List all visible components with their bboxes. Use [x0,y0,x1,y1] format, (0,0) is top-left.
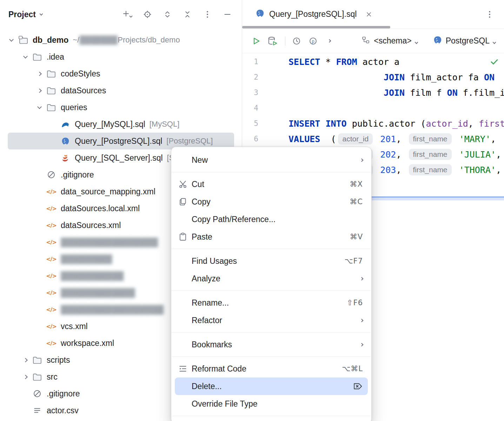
menu-item-label: Find Usages [192,256,237,266]
tree-item-label: .gitignore [61,170,94,180]
expand-all-icon[interactable] [162,9,173,20]
mysql-icon [60,119,70,129]
folder-icon [32,52,42,62]
code-text: VALUES (actor_id 201, first_name 'MARY', [289,133,501,145]
tree-item-label: █████████████ [61,288,135,298]
dialect-selector[interactable]: PostgreSQL [433,35,496,47]
menu-item-reformat-code[interactable]: Reformat Code⌥⌘L [175,360,368,377]
close-icon[interactable] [365,11,372,18]
editor-toolbar: p <schema> PostgreSQL [242,29,504,53]
line-number: 5 [242,119,258,128]
parameters-icon[interactable]: p [307,35,319,47]
chevron-down-icon[interactable] [8,39,18,41]
tree-item-dataSources[interactable]: dataSources [8,82,234,99]
inlay-hint-chip: actor_id [338,133,373,145]
menu-item-analyze[interactable]: Analyze [175,270,368,287]
chevron-down-icon[interactable] [22,56,32,58]
menu-shortcut: ⌘X [350,180,363,188]
sqlserver-icon [60,153,70,163]
chevron-down-icon[interactable] [40,14,42,15]
history-icon[interactable] [291,35,303,47]
chevron-down-icon[interactable] [36,107,46,108]
code-line-4: 4 [242,100,504,116]
schema-selector[interactable]: <schema> [361,36,417,46]
hide-panel-icon[interactable] [222,9,233,20]
tree-item-query-mysql[interactable]: Query_[MySQL].sql[MySQL] [8,116,234,133]
run-icon[interactable] [251,35,262,47]
menu-item-label: Override File Type [192,399,257,409]
inspection-check-icon[interactable] [490,57,499,68]
tree-item-label: workspace.xml [61,339,114,348]
folder-icon [46,69,56,79]
chevron-right-icon[interactable] [324,35,335,47]
tab-query-postgresql[interactable]: Query_[PostgreSQL].sql [242,9,378,20]
menu-item-delete[interactable]: Delete... [175,377,368,395]
dialect-selector-label: PostgreSQL [446,36,490,46]
scissors-icon [178,180,192,189]
project-folder-icon [18,35,28,45]
line-number: 1 [242,58,258,66]
xml-icon: </> [46,187,56,196]
add-icon[interactable] [122,9,133,20]
code-line-6: 6VALUES (actor_id 201, first_name 'MARY'… [242,131,504,147]
tree-item-label: ███████████ [61,271,124,281]
editor-more-options-icon[interactable] [484,9,495,20]
tree-item-idea[interactable]: .idea [8,48,234,65]
xml-icon: </> [46,321,56,331]
reformat-icon [178,364,192,373]
folder-icon [46,86,56,95]
tree-item-label: queries [61,103,87,112]
menu-separator [172,172,371,172]
line-number: 3 [242,88,258,97]
delete-forward-icon [353,382,363,390]
tree-item-queries[interactable]: queries [8,99,234,116]
project-header: Project [0,0,242,29]
tab-scrollbar[interactable] [242,26,390,28]
menu-item-rename[interactable]: Rename...⇧F6 [175,294,368,312]
execute-in-console-icon[interactable] [267,35,279,47]
menu-item-label: Refactor [192,316,222,325]
xml-icon: </> [46,338,56,348]
collapse-all-icon[interactable] [182,9,193,20]
inlay-hint-chip: first_name [409,164,452,175]
copy-icon [178,197,192,206]
menu-item-copy-path-reference[interactable]: Copy Path/Reference... [175,210,368,228]
menu-item-bookmarks[interactable]: Bookmarks [175,336,368,353]
tree-item-label: actor.csv [47,406,79,415]
submenu-arrow-icon [360,343,363,346]
csv-icon [32,406,42,415]
submenu-arrow-icon [360,159,363,161]
chevron-right-icon[interactable] [22,375,32,379]
menu-item-find-usages[interactable]: Find Usages⌥F7 [175,252,368,270]
code-line-5: 5INSERT INTO public.actor (actor_id, fir… [242,116,504,131]
menu-item-label: New [192,155,208,165]
tree-item-label: █████████ [61,254,112,264]
line-number: 2 [242,73,258,81]
menu-separator [172,290,371,291]
project-header-actions [122,9,233,20]
context-menu: NewCut⌘XCopy⌘CCopy Path/Reference...Past… [171,147,372,421]
code-text: JOIN film_actor fa ON [289,72,495,82]
chevron-right-icon[interactable] [36,89,46,92]
postgresql-icon [256,9,265,20]
line-number: 4 [242,104,258,112]
menu-item-new[interactable]: New [175,151,368,169]
menu-item-copy[interactable]: Copy⌘C [175,193,368,210]
chevron-right-icon[interactable] [22,359,32,362]
menu-item-refactor[interactable]: Refactor [175,312,368,329]
folder-icon [46,102,56,112]
menu-item-override-file-type[interactable]: Override File Type [175,395,368,413]
tree-item-codeStyles[interactable]: codeStyles [8,65,234,82]
more-options-icon[interactable] [202,9,213,20]
project-title: Project [8,10,36,19]
tree-item-label: ██████████████████ [61,305,164,314]
tree-item-label: data_source_mapping.xml [61,187,155,196]
schema-icon [361,36,370,46]
tree-item-db_demo[interactable]: db_demo~/███████Projects/db_demo [8,32,234,48]
menu-item-cut[interactable]: Cut⌘X [175,175,368,193]
locate-file-icon[interactable] [142,9,153,20]
code-text: SELECT * FROM actor a [289,57,399,67]
folder-icon [32,372,42,382]
menu-item-paste[interactable]: Paste⌘V [175,228,368,246]
chevron-right-icon[interactable] [36,72,46,75]
